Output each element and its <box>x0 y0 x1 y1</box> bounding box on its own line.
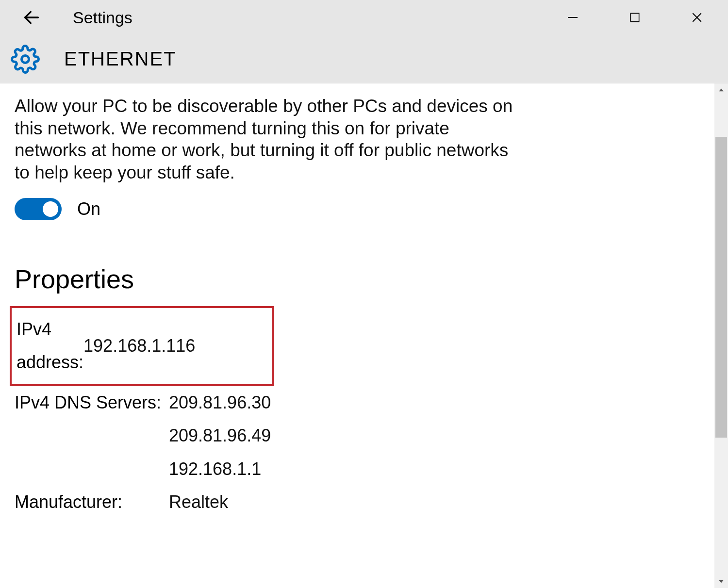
close-icon <box>690 10 704 25</box>
ipv4-dns-value-1: 209.81.96.30 <box>169 386 271 419</box>
ipv4-dns-value-2: 209.81.96.49 <box>169 419 271 452</box>
ipv4-dns-row: IPv4 DNS Servers: 209.81.96.30 <box>15 386 694 419</box>
discoverability-description: Allow your PC to be discoverable by othe… <box>15 95 514 183</box>
arrow-left-icon <box>22 8 41 27</box>
manufacturer-label: Manufacturer: <box>15 486 169 519</box>
manufacturer-value: Realtek <box>169 486 228 519</box>
page-title: ETHERNET <box>64 48 177 70</box>
properties-heading: Properties <box>15 264 694 294</box>
properties-table: IPv4 address: 192.168.1.116 IPv4 DNS Ser… <box>15 306 694 519</box>
chevron-down-icon <box>718 578 725 585</box>
window-controls <box>542 0 728 35</box>
page-header: ETHERNET <box>0 35 728 83</box>
maximize-button[interactable] <box>604 0 666 35</box>
window-title: Settings <box>73 8 132 27</box>
title-bar: Settings <box>0 0 728 35</box>
discoverability-toggle-row: On <box>15 198 694 220</box>
minimize-button[interactable] <box>542 0 604 35</box>
ipv4-dns-row-3: 192.168.1.1 <box>15 453 694 486</box>
svg-marker-7 <box>719 580 723 583</box>
scroll-up-button[interactable] <box>714 83 728 97</box>
content-scroll-area: Allow your PC to be discoverable by othe… <box>0 83 728 588</box>
scroll-thumb[interactable] <box>715 137 727 438</box>
toggle-knob <box>43 201 58 217</box>
ipv4-address-label: IPv4 address: <box>17 313 83 379</box>
minimize-icon <box>565 10 580 25</box>
close-button[interactable] <box>666 0 728 35</box>
content: Allow your PC to be discoverable by othe… <box>0 83 713 588</box>
toggle-state-label: On <box>77 199 100 219</box>
chevron-up-icon <box>718 87 725 94</box>
back-button[interactable] <box>19 5 44 30</box>
svg-point-5 <box>22 55 29 63</box>
manufacturer-row: Manufacturer: Realtek <box>15 486 694 519</box>
scroll-down-button[interactable] <box>714 574 728 588</box>
ipv4-dns-value-3: 192.168.1.1 <box>169 453 261 486</box>
gear-icon <box>11 45 40 74</box>
ipv4-address-value: 192.168.1.116 <box>83 329 195 362</box>
ipv4-dns-label: IPv4 DNS Servers: <box>15 386 169 419</box>
maximize-icon <box>629 11 641 24</box>
ipv4-address-row: IPv4 address: 192.168.1.116 <box>10 306 274 386</box>
discoverability-toggle[interactable] <box>15 198 62 220</box>
ipv4-dns-row-2: 209.81.96.49 <box>15 419 694 452</box>
vertical-scrollbar[interactable] <box>714 83 728 588</box>
svg-rect-2 <box>630 13 639 21</box>
svg-marker-6 <box>719 89 723 92</box>
